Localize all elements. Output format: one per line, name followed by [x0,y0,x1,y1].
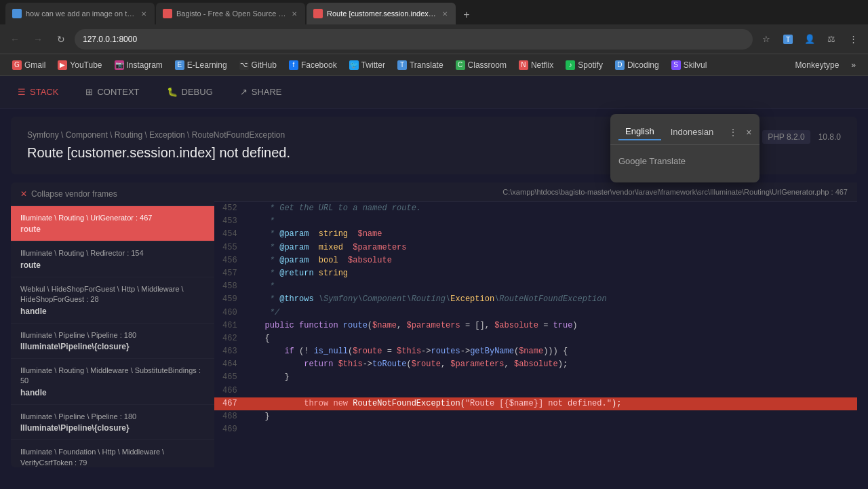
translate-actions: ⋮ × [726,125,754,139]
bookmark-netflix-label: Netflix [531,60,553,70]
translate-close-button[interactable]: × [743,125,754,139]
code-line-469: 469 [214,423,857,436]
instagram-icon: 📷 [115,60,124,70]
bookmark-elearning[interactable]: E E-Learning [170,58,233,72]
stack-item-6-class: Illuminate \ Foundation \ Http \ Middlew… [20,447,205,467]
profile-button[interactable]: 👤 [800,30,819,49]
stack-item-5[interactable]: Illuminate \ Pipeline \ Pipeline : 180 I… [11,405,214,440]
stack-panel: ✕ Collapse vendor frames Illuminate \ Ro… [11,182,214,467]
bookmarks-button[interactable]: ☆ [757,30,776,49]
translate-tab-english[interactable]: English [618,123,661,140]
code-line-463: 463 if (! is_null($route = $this->routes… [214,345,857,358]
stack-item-5-class: Illuminate \ Pipeline \ Pipeline : 180 [20,412,205,422]
tab-3-close[interactable]: ✕ [441,9,449,19]
line-num-461: 461 [214,319,245,332]
tab-1-favicon [12,9,22,18]
gmail-icon: G [12,60,22,70]
translate-more-icon[interactable]: ⋮ [726,125,741,139]
stack-item-1[interactable]: Illuminate \ Routing \ Redirector : 154 … [11,241,214,277]
bookmark-twitter[interactable]: 🐦 Twitter [344,58,391,72]
line-code-460: */ [245,307,285,319]
stack-item-2[interactable]: Webkul \ HideShopForGuest \ Http \ Middl… [11,277,214,324]
puzzle-button[interactable]: ⚖ [822,30,841,49]
line-num-462: 462 [214,332,245,345]
line-num-466: 466 [214,385,245,397]
debug-label: DEBUG [182,87,213,97]
code-content: 452 * Get the URL to a named route. 453 … [214,202,857,436]
bookmark-twitter-label: Twitter [361,60,385,70]
line-code-452: * Get the URL to a named route. [245,202,427,215]
line-num-458: 458 [214,280,245,293]
forward-button[interactable]: → [28,30,47,49]
stack-item-4-method: handle [20,388,205,397]
line-num-454: 454 [214,228,245,241]
bookmark-netflix[interactable]: N Netflix [513,58,559,72]
new-tab-button[interactable]: + [457,5,476,24]
stack-item-1-class: Illuminate \ Routing \ Redirector : 154 [20,248,205,258]
translate-dropdown[interactable]: English Indonesian ⋮ × Google Translate [610,114,760,182]
stack-item-0-class: Illuminate \ Routing \ UrlGenerator : 46… [20,213,205,223]
line-code-462: { [245,332,275,345]
bookmark-skilvul[interactable]: S Skilvul [666,58,713,72]
bookmark-gmail[interactable]: G Gmail [7,58,51,72]
tab-1-close[interactable]: ✕ [140,9,148,19]
tab-3[interactable]: Route [customer.session.index] n... ✕ [307,3,456,24]
reload-button[interactable]: ↻ [52,30,71,49]
address-bar: ← → ↻ 127.0.0.1:8000 ☆ T 👤 ⚖ ⋮ [0,24,868,54]
tab-1[interactable]: how can we add an image on th... ✕ [5,3,155,24]
more-extensions[interactable]: » [846,58,861,72]
tab-2-close[interactable]: ✕ [290,9,298,19]
bookmark-spotify[interactable]: ♪ Spotify [560,58,608,72]
bookmark-classroom[interactable]: C Classroom [450,58,512,72]
bookmark-dicoding[interactable]: D Dicoding [610,58,665,72]
line-num-456: 456 [214,254,245,267]
elearning-icon: E [175,60,184,70]
bookmark-youtube[interactable]: ▶ YouTube [52,58,107,72]
tab-1-label: how can we add an image on th... [26,9,136,18]
app-toolbar: ☰ STACK ⊞ CONTEXT 🐛 DEBUG ↗ SHARE [0,76,868,109]
context-button[interactable]: ⊞ CONTEXT [79,83,146,101]
line-num-457: 457 [214,267,245,280]
translate-extension-icon[interactable]: T [783,35,793,44]
error-meta: PHP 8.2.0 10.8.0 [762,130,841,144]
bookmark-translate[interactable]: T Translate [392,58,449,72]
stack-button[interactable]: ☰ STACK [11,83,65,101]
collapse-vendor-frames[interactable]: ✕ Collapse vendor frames [11,182,214,206]
translate-header: English Indonesian ⋮ × [610,119,760,145]
stack-item-6[interactable]: Illuminate \ Foundation \ Http \ Middlew… [11,440,214,467]
extensions-button[interactable]: T [778,30,797,49]
bookmark-github[interactable]: ⌥ GitHub [234,58,282,72]
translate-service-label[interactable]: Google Translate [618,153,751,169]
bookmark-instagram[interactable]: 📷 Instagram [109,58,168,72]
line-code-464: return $this->toRoute($route, $parameter… [245,358,573,371]
share-button[interactable]: ↗ SHARE [233,83,289,101]
line-num-465: 465 [214,371,245,384]
code-line-461: 461 public function route($name, $parame… [214,319,857,332]
stack-icon: ☰ [18,87,26,97]
php-version: PHP 8.2.0 [762,130,810,144]
bookmark-facebook[interactable]: f Facebook [283,58,342,72]
browser-frame: how can we add an image on th... ✕ Bagis… [0,0,868,489]
url-bar[interactable]: 127.0.0.1:8000 [75,29,753,50]
stack-item-3[interactable]: Illuminate \ Pipeline \ Pipeline : 180 I… [11,324,214,359]
stack-item-4[interactable]: Illuminate \ Routing \ Middleware \ Subs… [11,359,214,405]
monkeytype-bookmark[interactable]: Monkeytype [790,58,845,72]
tab-3-label: Route [customer.session.index] n... [327,9,437,18]
back-button[interactable]: ← [5,30,24,49]
more-button[interactable]: ⋮ [844,30,863,49]
tab-bar: how can we add an image on th... ✕ Bagis… [0,0,868,24]
line-code-466 [245,385,256,397]
debug-button[interactable]: 🐛 DEBUG [160,83,220,101]
line-code-469 [245,423,256,436]
line-code-457: * @return string [245,267,353,280]
classroom-icon: C [456,60,465,70]
browser-actions: ☆ T 👤 ⚖ ⋮ [757,30,863,49]
tab-2-favicon [163,9,172,18]
code-line-453: 453 * [214,215,857,228]
tab-2[interactable]: Bagisto - Free & Open Source L... ✕ [156,3,305,24]
stack-item-0[interactable]: Illuminate \ Routing \ UrlGenerator : 46… [11,206,214,241]
line-num-453: 453 [214,215,245,228]
collapse-label: Collapse vendor frames [31,189,117,199]
translate-bm-icon: T [397,60,407,70]
translate-tab-indonesian[interactable]: Indonesian [664,124,721,140]
